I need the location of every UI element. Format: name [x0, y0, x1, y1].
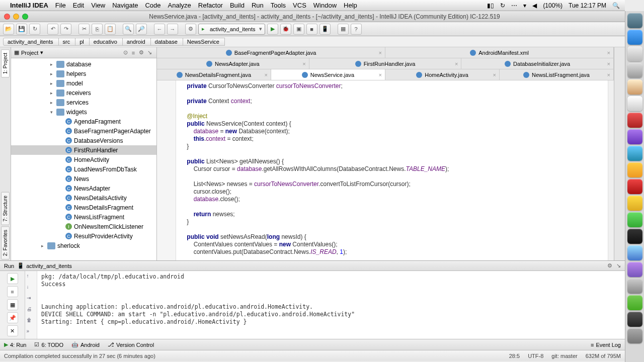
down-icon[interactable]: ↓ — [27, 284, 36, 293]
clear-icon[interactable]: 🗑 — [27, 317, 36, 326]
bluetooth-icon[interactable]: ⋯ — [511, 2, 517, 9]
dock-chrome-icon[interactable] — [627, 196, 642, 211]
close-tab-icon[interactable]: × — [302, 61, 305, 67]
tree-folder[interactable]: ▸helpers — [11, 69, 156, 78]
encoding[interactable]: UTF-8 — [528, 353, 543, 359]
minimize-window-button[interactable] — [13, 14, 19, 20]
dock-calendar-icon[interactable] — [627, 96, 642, 111]
wrap-icon[interactable]: ⇥ — [27, 295, 36, 304]
tree-folder[interactable]: ▸sherlock — [11, 241, 156, 250]
layout-button[interactable]: ▦ — [7, 299, 18, 310]
console-output[interactable]: pkg: /data/local/tmp/pl.educativo.androi… — [37, 271, 625, 339]
bottom-android-tab[interactable]: 🤖Android — [71, 341, 100, 348]
tree-file[interactable]: IOnNewsItemClickListener — [11, 222, 156, 231]
editor-tab[interactable]: HomeActivity.java× — [385, 69, 500, 80]
bottom-run-tab[interactable]: ▶4: Run — [4, 341, 26, 348]
avd-button[interactable]: 📱 — [319, 24, 331, 35]
project-tree[interactable]: ▸database▸helpers▸model▸receivers▸servic… — [11, 58, 156, 260]
memory-indicator[interactable]: 632M of 795M — [586, 353, 621, 359]
rerun-button[interactable]: ▶ — [7, 273, 18, 284]
tree-file[interactable]: CResultProviderActivity — [11, 231, 156, 241]
tree-file[interactable]: CLoadNewsFromDbTask — [11, 164, 156, 174]
redo-button[interactable]: ↷ — [60, 24, 71, 35]
app-name[interactable]: IntelliJ IDEA — [10, 2, 48, 9]
menu-build[interactable]: Build — [230, 2, 245, 9]
tree-file[interactable]: CNewsListFragment — [11, 212, 156, 222]
run-settings-icon[interactable]: ⚙ — [607, 262, 612, 269]
debug-button[interactable]: 🐞 — [280, 24, 291, 35]
tree-folder[interactable]: ▸model — [11, 78, 156, 88]
close-tab-icon[interactable]: × — [607, 61, 610, 67]
crumb-5[interactable]: database — [150, 38, 183, 46]
editor-gutter[interactable] — [157, 80, 176, 260]
dock-app-icon[interactable] — [627, 245, 642, 260]
tree-file[interactable]: CDatabaseVersions — [11, 136, 156, 145]
stop-button[interactable]: ■ — [306, 24, 317, 35]
event-log-tab[interactable]: ≡Event Log — [591, 342, 621, 348]
structure-button[interactable]: ▦ — [338, 24, 349, 35]
editor-tab[interactable]: FirstRunHandler.java× — [309, 58, 462, 69]
menu-refactor[interactable]: Refactor — [198, 2, 223, 9]
menu-view[interactable]: View — [91, 2, 105, 9]
close-run-button[interactable]: ✕ — [7, 325, 18, 336]
close-tab-icon[interactable]: × — [493, 72, 496, 78]
close-tab-icon[interactable]: × — [265, 72, 268, 78]
forward-button[interactable]: → — [167, 24, 178, 35]
open-button[interactable]: 📂 — [3, 24, 14, 35]
editor-tab[interactable]: NewsAdapter.java× — [157, 58, 309, 69]
tree-file[interactable]: CFirstRunHandler — [11, 145, 156, 155]
hide-icon[interactable]: ↘ — [145, 49, 153, 56]
dock-app-icon[interactable] — [627, 162, 642, 177]
zoom-window-button[interactable] — [22, 14, 28, 20]
project-tool-tab[interactable]: 1: Project — [1, 49, 10, 77]
tree-file[interactable]: CAgendaFragment — [11, 117, 156, 126]
tree-file[interactable]: CNewsAdapter — [11, 184, 156, 193]
menu-edit[interactable]: Edit — [73, 2, 84, 9]
tree-file[interactable]: CNews — [11, 174, 156, 184]
git-branch[interactable]: git: master — [551, 353, 577, 359]
attach-button[interactable]: ▣ — [293, 24, 304, 35]
menu-window[interactable]: Window — [313, 2, 337, 9]
editor-tab[interactable]: BaseFragmentPagerAdapter.java× — [157, 47, 385, 58]
dock-app-icon[interactable] — [627, 63, 642, 78]
tree-folder[interactable]: ▾widgets — [11, 107, 156, 117]
dock-app-icon[interactable] — [627, 129, 642, 144]
close-tab-icon[interactable]: × — [379, 50, 382, 56]
dock-app-icon[interactable] — [627, 113, 642, 128]
up-icon[interactable]: ↑ — [27, 273, 36, 282]
menu-run[interactable]: Run — [252, 2, 264, 9]
battery-icon[interactable]: ▮▯ — [487, 2, 494, 9]
close-tab-icon[interactable]: × — [455, 61, 458, 67]
dock-finder-icon[interactable] — [627, 13, 642, 28]
error-stripe[interactable] — [608, 80, 614, 260]
tree-file[interactable]: CNewsDetailsFragment — [11, 203, 156, 212]
editor-tab[interactable]: NewsDetailsFragment.java× — [157, 69, 271, 80]
build-button[interactable]: ⚙ — [185, 24, 196, 35]
close-tab-icon[interactable]: × — [607, 50, 610, 56]
menu-analyze[interactable]: Analyze — [168, 2, 191, 9]
dock-app-icon[interactable] — [627, 146, 642, 161]
crumb-3[interactable]: educativo — [89, 38, 123, 46]
print-icon[interactable]: 🖨 — [27, 306, 36, 315]
replace-button[interactable]: 🔎 — [136, 24, 147, 35]
bottom-vcs-tab[interactable]: ⎇Version Control — [108, 341, 154, 348]
volume-icon[interactable]: ◀ — [532, 2, 537, 9]
crumb-2[interactable]: pl — [75, 38, 90, 46]
clock[interactable]: Tue 12:17 PM — [569, 2, 606, 9]
copy-button[interactable]: ⎘ — [92, 24, 103, 35]
tree-file[interactable]: CHomeActivity — [11, 155, 156, 164]
cursor-position[interactable]: 28:5 — [509, 353, 520, 359]
collapse-icon[interactable]: ≡ — [129, 50, 137, 56]
more-icon[interactable]: » — [27, 328, 36, 337]
crumb-4[interactable]: android — [122, 38, 151, 46]
crumb-6[interactable]: NewsService — [183, 38, 225, 46]
back-button[interactable]: ← — [154, 24, 165, 35]
dock-app-icon[interactable] — [627, 312, 642, 327]
sync-button[interactable]: ↻ — [29, 24, 40, 35]
pin-button[interactable]: 📌 — [7, 312, 18, 323]
crumb-1[interactable]: src — [58, 38, 76, 46]
editor-tab[interactable]: AndroidManifest.xml× — [385, 47, 614, 58]
stop-run-button[interactable]: ■ — [7, 286, 18, 297]
tree-folder[interactable]: ▸receivers — [11, 88, 156, 98]
dock-safari-icon[interactable] — [627, 30, 642, 45]
